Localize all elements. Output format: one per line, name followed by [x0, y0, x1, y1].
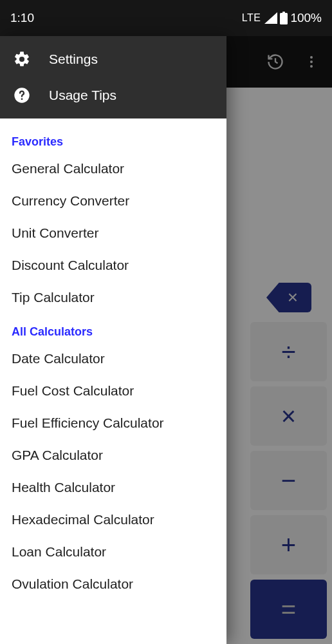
navigation-drawer: Settings Usage Tips Favorites General Ca…	[0, 36, 226, 644]
section-all-calculators-header: All Calculators	[0, 321, 226, 343]
drawer-item-date-calculator[interactable]: Date Calculator	[0, 343, 226, 375]
drawer-header: Settings Usage Tips	[0, 36, 226, 118]
drawer-item-hexadecimal-calculator[interactable]: Hexadecimal Calculator	[0, 504, 226, 536]
status-time: 1:10	[10, 11, 34, 25]
drawer-item-health-calculator[interactable]: Health Calculator	[0, 471, 226, 504]
gear-icon	[13, 50, 31, 68]
drawer-item-tip-calculator[interactable]: Tip Calculator	[0, 281, 226, 314]
settings-label: Settings	[49, 52, 98, 67]
question-icon	[13, 86, 31, 104]
svg-point-6	[21, 98, 23, 100]
drawer-item-fuel-cost-calculator[interactable]: Fuel Cost Calculator	[0, 375, 226, 407]
battery-label: 100%	[290, 11, 322, 25]
drawer-item-fuel-efficiency-calculator[interactable]: Fuel Efficiency Calculator	[0, 407, 226, 439]
svg-rect-0	[280, 13, 288, 24]
section-favorites-header: Favorites	[0, 131, 226, 153]
settings-item[interactable]: Settings	[0, 41, 226, 77]
drawer-item-loan-calculator[interactable]: Loan Calculator	[0, 536, 226, 568]
drawer-item-discount-calculator[interactable]: Discount Calculator	[0, 249, 226, 281]
usage-tips-item[interactable]: Usage Tips	[0, 77, 226, 113]
drawer-item-ovulation-calculator[interactable]: Ovulation Calculator	[0, 568, 226, 600]
battery-icon	[280, 12, 288, 24]
signal-icon	[264, 12, 277, 24]
drawer-item-general-calculator[interactable]: General Calculator	[0, 153, 226, 185]
usage-tips-label: Usage Tips	[49, 88, 116, 103]
network-label: LTE	[242, 12, 261, 24]
drawer-body[interactable]: Favorites General Calculator Currency Co…	[0, 118, 226, 644]
drawer-item-currency-converter[interactable]: Currency Converter	[0, 185, 226, 217]
svg-rect-1	[282, 12, 285, 14]
status-right: LTE 100%	[242, 11, 322, 25]
drawer-item-unit-converter[interactable]: Unit Converter	[0, 217, 226, 249]
status-bar: 1:10 LTE 100%	[0, 0, 332, 36]
drawer-item-gpa-calculator[interactable]: GPA Calculator	[0, 439, 226, 471]
